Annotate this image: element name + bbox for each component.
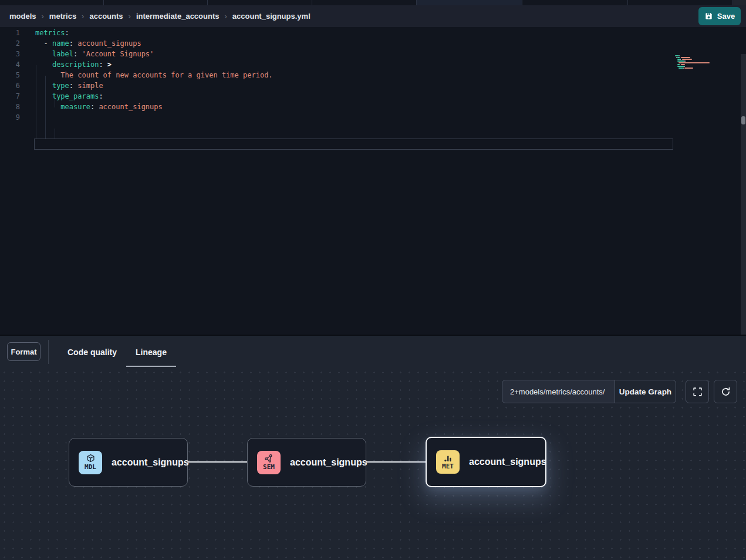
code-line[interactable]: 2 - name: account_signups: [0, 38, 673, 49]
badge-label: MET: [442, 463, 454, 470]
top-tab[interactable]: [104, 0, 208, 5]
minimap-line: [675, 62, 716, 63]
model-badge: MDL: [79, 451, 102, 474]
bottom-panel: Format Code qualityLineage Update Graph: [0, 335, 746, 560]
breadcrumb: models›metrics›accounts›intermediate_acc…: [9, 12, 310, 21]
minimap-line: [675, 68, 716, 69]
refresh-icon: [721, 387, 731, 397]
fullscreen-icon: [693, 387, 703, 397]
line-number: 8: [0, 102, 20, 112]
bar-chart-icon: [444, 454, 453, 463]
node-label: account_signups: [112, 457, 189, 468]
chevron-right-icon: ›: [82, 12, 84, 21]
node-label: account_signups: [469, 457, 546, 467]
minimap-line: [675, 66, 716, 67]
breadcrumb-item[interactable]: metrics: [49, 12, 76, 21]
code-line[interactable]: 7 type_params:: [0, 91, 673, 102]
editor-scrollbar[interactable]: [741, 54, 746, 362]
top-tab[interactable]: [522, 0, 628, 5]
top-tab-endcap: [733, 0, 746, 5]
top-tab[interactable]: [312, 0, 417, 5]
breadcrumb-item[interactable]: models: [9, 12, 36, 21]
active-line-highlight: [34, 139, 673, 150]
top-tab[interactable]: [0, 0, 104, 5]
code-text: description: >: [35, 59, 112, 70]
code-line[interactable]: 8 measure: account_signups: [0, 102, 673, 112]
fullscreen-button[interactable]: [686, 380, 709, 403]
minimap-line: [675, 69, 716, 70]
node-label: account_signups: [290, 457, 367, 468]
line-number: 7: [0, 91, 20, 102]
indent-guide: [55, 129, 55, 139]
editor-minimap[interactable]: [675, 55, 716, 71]
scrollbar-thumb[interactable]: [741, 116, 745, 124]
breadcrumb-item[interactable]: intermediate_accounts: [136, 12, 220, 21]
line-number: 9: [0, 112, 20, 123]
top-tab[interactable]: [208, 0, 312, 5]
lineage-edge: [188, 461, 247, 463]
tab-lineage[interactable]: Lineage: [126, 337, 176, 367]
semantic-triangle-icon: [264, 454, 274, 463]
minimap-line: [675, 60, 716, 62]
badge-label: MDL: [85, 464, 96, 471]
line-number: 3: [0, 49, 20, 59]
line-number: 2: [0, 38, 20, 49]
code-editor[interactable]: 1metrics:2 - name: account_signups3 labe…: [0, 27, 746, 335]
top-tab-strip: [0, 0, 746, 5]
code-line[interactable]: 5 The count of new accounts for a given …: [0, 70, 673, 80]
save-label: Save: [717, 12, 735, 21]
panel-divider: [48, 340, 49, 364]
lineage-selector-input[interactable]: [502, 380, 615, 403]
minimap-line: [675, 64, 716, 65]
refresh-button[interactable]: [714, 380, 737, 403]
minimap-line: [675, 59, 716, 60]
line-number: 1: [0, 28, 20, 38]
metric-badge: MET: [436, 450, 460, 474]
save-button[interactable]: Save: [698, 7, 741, 25]
chevron-right-icon: ›: [129, 12, 131, 21]
indent-guide: [36, 65, 36, 139]
code-text: The count of new accounts for a given ti…: [35, 70, 273, 80]
cube-icon: [86, 454, 96, 463]
minimap-line: [675, 55, 716, 56]
semantic-badge: SEM: [257, 451, 281, 474]
code-line[interactable]: 9: [0, 112, 673, 123]
lineage-node-semantic-model[interactable]: SEM account_signups: [247, 438, 366, 487]
top-tab-active[interactable]: [417, 0, 522, 5]
code-line[interactable]: 6 type: simple: [0, 80, 673, 91]
lineage-canvas[interactable]: Update Graph: [0, 368, 746, 560]
breadcrumb-item[interactable]: accounts: [89, 12, 123, 21]
indent-guide: [45, 76, 46, 139]
format-button[interactable]: Format: [7, 342, 40, 361]
lineage-edge: [366, 461, 426, 463]
code-lines: 1metrics:2 - name: account_signups3 labe…: [0, 28, 673, 123]
chevron-right-icon: ›: [224, 12, 227, 21]
code-text: metrics:: [35, 28, 69, 38]
code-text: - name: account_signups: [35, 38, 141, 49]
lineage-node-model[interactable]: MDL account_signups: [69, 438, 188, 487]
line-number: 4: [0, 59, 20, 70]
breadcrumb-item[interactable]: account_signups.yml: [232, 12, 310, 21]
save-icon: [704, 12, 713, 21]
top-tab[interactable]: [628, 0, 733, 5]
lineage-node-metric[interactable]: MET account_signups: [426, 437, 546, 487]
update-graph-button[interactable]: Update Graph: [615, 380, 676, 403]
panel-tabs: Code qualityLineage: [58, 337, 176, 367]
tab-code-quality[interactable]: Code quality: [58, 337, 126, 367]
code-line[interactable]: 1metrics:: [0, 28, 673, 38]
code-line[interactable]: 4 description: >: [0, 59, 673, 70]
chevron-right-icon: ›: [42, 12, 44, 21]
dbt-ide-window: models›metrics›accounts›intermediate_acc…: [0, 0, 746, 560]
badge-label: SEM: [263, 464, 275, 471]
minimap-line: [675, 57, 716, 58]
breadcrumb-bar: models›metrics›accounts›intermediate_acc…: [0, 5, 746, 27]
line-number: 6: [0, 80, 20, 91]
code-text: label: 'Account Signups': [35, 49, 154, 59]
code-line[interactable]: 3 label: 'Account Signups': [0, 49, 673, 59]
line-number: 5: [0, 70, 20, 80]
indent-guide: [55, 97, 55, 107]
